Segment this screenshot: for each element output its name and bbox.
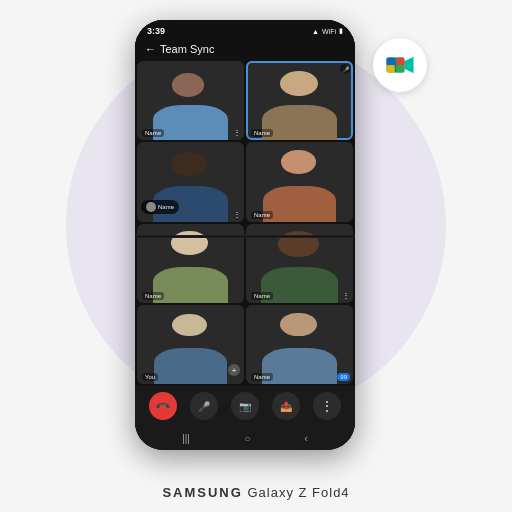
- svg-rect-5: [387, 65, 395, 73]
- back-nav-button[interactable]: ‹: [305, 433, 308, 444]
- device-model: Galaxy Z Fold4: [247, 485, 349, 500]
- participant-name-8: Name: [251, 373, 273, 381]
- participant-name-1: Name: [142, 129, 164, 137]
- participant-name-5: Name: [142, 292, 164, 300]
- status-time: 3:39: [147, 26, 165, 36]
- svg-rect-6: [396, 65, 404, 73]
- participant-name-2: Name: [251, 129, 273, 137]
- add-participant-btn[interactable]: +: [228, 364, 240, 376]
- participant-cell-7: You +: [137, 305, 244, 384]
- fold-crease: [135, 235, 355, 238]
- participant-cell-2: Name 🎤: [246, 61, 353, 140]
- video-grid: Name ⋮ Name 🎤: [135, 59, 355, 386]
- cell-menu-1[interactable]: ⋮: [233, 128, 241, 137]
- call-controls: 📞 🎤 📷 📤 ⋮: [135, 386, 355, 426]
- call-title: Team Sync: [160, 43, 214, 55]
- call-header: ← Team Sync: [135, 40, 355, 59]
- recent-apps-button[interactable]: |||: [182, 433, 190, 444]
- svg-rect-4: [396, 58, 404, 66]
- mute-icon: 🎤: [198, 401, 210, 412]
- navigation-bar: ||| ○ ‹: [135, 426, 355, 450]
- participant-name-pill-3: Name: [141, 200, 179, 214]
- participant-cell-4: Name: [246, 142, 353, 221]
- participant-name-4: Name: [251, 211, 273, 219]
- svg-rect-3: [387, 58, 395, 66]
- participant-cell-1: Name ⋮: [137, 61, 244, 140]
- device-label: SAMSUNG Galaxy Z Fold4: [162, 485, 349, 500]
- back-button[interactable]: ←: [145, 43, 156, 55]
- end-call-icon: 📞: [155, 398, 171, 414]
- samsung-brand: SAMSUNG: [162, 485, 242, 500]
- meet-icon: [373, 38, 427, 92]
- mute-button[interactable]: 🎤: [190, 392, 218, 420]
- participant-name-7: You: [142, 373, 158, 381]
- participant-name-6: Name: [251, 292, 273, 300]
- scene: 3:39 ▲ WiFi ▮ ← Team Sync: [0, 0, 512, 512]
- participant-video-4: [246, 142, 353, 221]
- share-button[interactable]: 📤: [272, 392, 300, 420]
- more-options-button[interactable]: ⋮: [313, 392, 341, 420]
- signal-icon: ▲: [312, 28, 319, 35]
- battery-icon: ▮: [339, 27, 343, 35]
- avatar-small-3: [146, 202, 156, 212]
- participant-cell-3: Name ⋮: [137, 142, 244, 221]
- phone-device: 3:39 ▲ WiFi ▮ ← Team Sync: [135, 20, 355, 450]
- more-icon: ⋮: [321, 399, 333, 413]
- camera-icon: 📷: [239, 401, 251, 412]
- reaction-badge-8: 99: [337, 373, 350, 381]
- home-button[interactable]: ○: [244, 433, 250, 444]
- end-call-button[interactable]: 📞: [149, 392, 177, 420]
- mic-badge-2: 🎤: [340, 64, 350, 74]
- share-icon: 📤: [280, 401, 292, 412]
- camera-button[interactable]: 📷: [231, 392, 259, 420]
- cell-menu-3[interactable]: ⋮: [233, 210, 241, 219]
- wifi-icon: WiFi: [322, 28, 336, 35]
- cell-menu-6[interactable]: ⋮: [342, 291, 350, 300]
- participant-cell-8: Name 99: [246, 305, 353, 384]
- status-icons: ▲ WiFi ▮: [312, 27, 343, 35]
- status-bar: 3:39 ▲ WiFi ▮: [135, 20, 355, 40]
